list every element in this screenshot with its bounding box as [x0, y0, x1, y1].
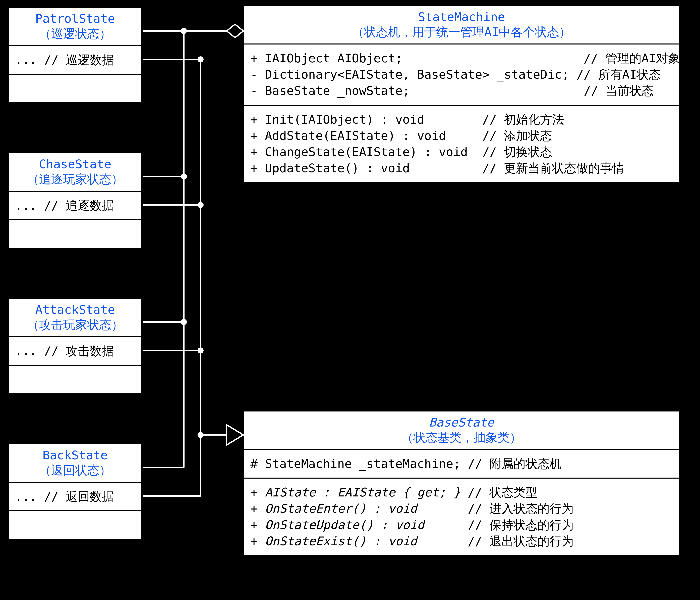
svg-point-9: [181, 319, 187, 325]
svg-point-23: [198, 432, 204, 438]
class-attrs: # StateMachine _stateMachine; // 附属的状态机: [244, 450, 679, 479]
class-name: ChaseState: [12, 157, 139, 172]
class-subtitle: （巡逻状态）: [12, 26, 139, 41]
class-attrs: ... // 返回数据: [9, 483, 141, 511]
class-title: StateMachine （状态机，用于统一管理AI中各个状态）: [244, 6, 679, 45]
class-title: AttackState （攻击玩家状态）: [9, 299, 141, 337]
class-methods: + Init(IAIObject) : void // 初始化方法 + AddS…: [244, 106, 679, 182]
class-attrs: ... // 追逐数据: [9, 192, 141, 220]
class-attrs: + IAIObject AIObject; // 管理的AI对象 - Dicti…: [244, 45, 679, 106]
svg-point-7: [181, 28, 187, 34]
svg-point-20: [198, 56, 204, 63]
class-patrolstate: PatrolState （巡逻状态） ... // 巡逻数据: [8, 7, 142, 103]
class-subtitle: （攻击玩家状态）: [12, 317, 139, 332]
class-name: PatrolState: [12, 11, 139, 26]
class-methods: [9, 511, 141, 539]
svg-marker-24: [227, 425, 243, 445]
class-methods: + AIState : EAIState { get; } // 状态类型+ O…: [244, 479, 679, 555]
class-title: PatrolState （巡逻状态）: [9, 8, 141, 46]
class-methods: [9, 75, 141, 102]
class-attrs: ... // 攻击数据: [9, 337, 141, 366]
class-name: BackState: [12, 448, 139, 463]
class-subtitle: （状态机，用于统一管理AI中各个状态）: [247, 24, 676, 40]
class-title: BackState （返回状态）: [9, 444, 141, 483]
class-methods: [9, 366, 141, 393]
class-title: ChaseState （追逐玩家状态）: [9, 153, 141, 192]
class-name: AttackState: [12, 302, 139, 317]
class-attrs: ... // 巡逻数据: [9, 46, 141, 75]
svg-point-22: [198, 347, 204, 354]
class-statemachine: StateMachine （状态机，用于统一管理AI中各个状态） + IAIOb…: [243, 5, 680, 183]
class-chasestate: ChaseState （追逐玩家状态） ... // 追逐数据: [8, 152, 142, 249]
class-backstate: BackState （返回状态） ... // 返回数据: [8, 443, 142, 540]
svg-marker-10: [227, 24, 243, 38]
class-methods: [9, 220, 141, 248]
class-subtitle: （状态基类，抽象类）: [247, 430, 676, 445]
svg-point-8: [181, 173, 187, 179]
class-basestate: BaseState （状态基类，抽象类） # StateMachine _sta…: [243, 410, 680, 556]
class-subtitle: （追逐玩家状态）: [12, 172, 139, 187]
class-name: StateMachine: [247, 9, 676, 24]
class-subtitle: （返回状态）: [12, 463, 139, 478]
svg-point-21: [198, 202, 204, 208]
class-name: BaseState: [247, 415, 676, 430]
class-title: BaseState （状态基类，抽象类）: [244, 411, 679, 450]
class-attackstate: AttackState （攻击玩家状态） ... // 攻击数据: [8, 298, 142, 394]
